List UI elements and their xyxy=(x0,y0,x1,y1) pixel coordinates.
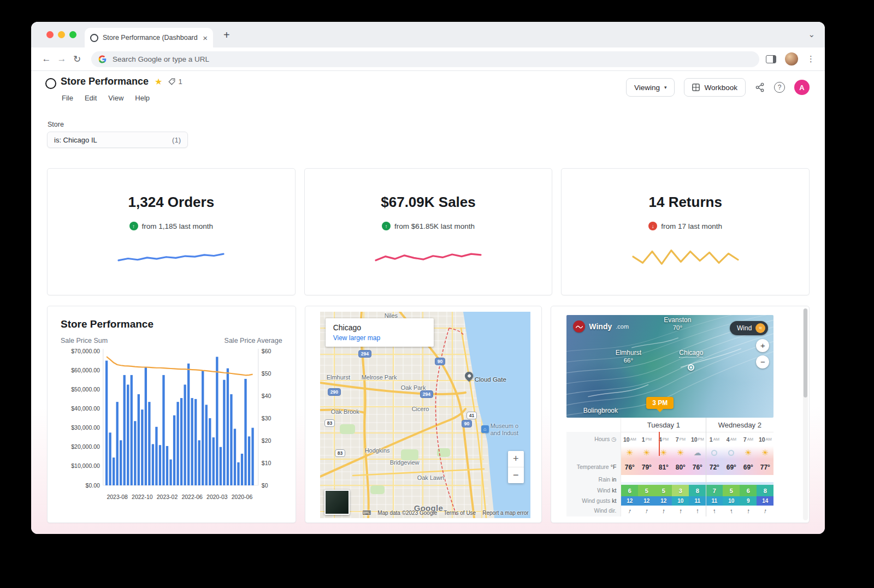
hour-cell: 7AM xyxy=(740,432,757,446)
address-bar[interactable]: Search Google or type a URL xyxy=(91,51,759,67)
terms-of-use-link[interactable]: Terms of Use xyxy=(444,510,476,516)
map-place-label: Bridgeview xyxy=(390,459,420,466)
google-map-embed[interactable]: NilesElmhurstMelrose ParkOak ParkCiceroO… xyxy=(320,312,530,518)
back-button[interactable]: ← xyxy=(39,54,54,64)
viewing-dropdown[interactable]: Viewing ▾ xyxy=(626,78,675,97)
scrollbar-thumb[interactable] xyxy=(804,308,807,397)
svg-text:2022-06: 2022-06 xyxy=(181,494,203,500)
store-filter-chip[interactable]: is: Chicago IL (1) xyxy=(47,132,188,148)
embed-scrollbar[interactable] xyxy=(803,308,808,520)
rain-row-label: Rain xyxy=(599,476,611,483)
kpi-row: 1,324 Orders ↑ from 1,185 last month $67… xyxy=(47,168,810,295)
svg-text:$50: $50 xyxy=(262,370,271,377)
map-poi-label: Cloud Gate xyxy=(475,376,506,383)
tag-count: 1 xyxy=(178,78,182,86)
sun-icon: ☀ xyxy=(740,446,757,459)
wind-direction-cell: ↑ xyxy=(621,506,638,516)
keyboard-shortcuts-icon[interactable]: ⌨ xyxy=(362,509,371,516)
day-header: Tuesday 1 xyxy=(621,418,706,432)
window-zoom-button[interactable] xyxy=(69,31,76,38)
new-tab-button[interactable]: + xyxy=(223,29,230,41)
dashboard-content: Store is: Chicago IL (1) 1,324 Orders ↑ … xyxy=(31,110,825,534)
kpi-delta: ↑ from $61.85K last month xyxy=(305,222,552,230)
moon-icon xyxy=(706,446,723,459)
bar xyxy=(241,454,243,485)
reload-button[interactable]: ↻ xyxy=(69,54,85,65)
window-close-button[interactable] xyxy=(46,31,54,38)
menu-help[interactable]: Help xyxy=(135,94,150,102)
temperature-cell: 81° xyxy=(655,459,672,475)
bar xyxy=(166,446,168,485)
map-zoom-control: + − xyxy=(508,451,524,483)
bar xyxy=(237,462,239,485)
wind-row-label: Wind xyxy=(597,487,610,494)
browser-menu-icon[interactable]: ⋮ xyxy=(807,54,815,64)
workbook-button[interactable]: Workbook xyxy=(684,78,746,97)
rain-cell xyxy=(655,475,672,485)
wind-speed-cell: 6 xyxy=(740,485,757,496)
browser-window: Store Performance (Dashboard × + ⌄ ← → ↻… xyxy=(31,22,825,534)
gusts-row-label: Wind gusts xyxy=(582,497,610,504)
satellite-view-thumbnail[interactable] xyxy=(324,490,350,515)
tag-badge[interactable]: 1 xyxy=(168,78,182,86)
profile-avatar[interactable] xyxy=(785,52,798,66)
clock-icon: ◷ xyxy=(611,436,616,442)
sun-icon: ☀ xyxy=(638,446,655,459)
time-badge[interactable]: 3 PM xyxy=(646,397,674,409)
bar xyxy=(159,445,161,485)
bar xyxy=(145,367,147,485)
wind-map[interactable]: Evanston70°Elmhurst66°ChicagoBolingbrook… xyxy=(566,315,773,418)
svg-text:2023-02: 2023-02 xyxy=(157,494,178,500)
app-header: Store Performance ★ 1 File Edit View Hel… xyxy=(31,71,825,110)
bottom-row: Store Performance Sale Price Sum Sale Pr… xyxy=(47,306,810,523)
wind-layer-icon: ≈ xyxy=(755,323,765,333)
bar xyxy=(248,436,250,485)
window-minimize-button[interactable] xyxy=(58,31,65,38)
menu-view[interactable]: View xyxy=(108,94,123,102)
app-logo-icon[interactable] xyxy=(45,78,56,89)
bar xyxy=(127,385,129,486)
kpi-value: 14 Returns xyxy=(562,194,809,211)
forecast-columns: Tuesday 1Wednesday 2 10AM1PM4PM7PM10PM1A… xyxy=(621,418,773,516)
wind-speed-cell: 5 xyxy=(638,485,655,496)
sidebar-toggle-icon[interactable] xyxy=(766,55,776,63)
temperature-unit: °F xyxy=(611,464,617,470)
wind-layer-button[interactable]: Wind ≈ xyxy=(730,321,768,335)
kpi-value: 1,324 Orders xyxy=(48,194,295,211)
temperature-cell: 80° xyxy=(672,459,689,475)
wind-direction-cell: ↑ xyxy=(672,506,689,516)
bar xyxy=(138,394,140,485)
report-map-error-link[interactable]: Report a map error xyxy=(482,510,528,516)
windy-logo[interactable]: Windy .com xyxy=(573,320,629,332)
address-placeholder: Search Google or type a URL xyxy=(113,55,209,63)
wind-gust-cell: 12 xyxy=(655,496,672,506)
wind-gust-cell: 11 xyxy=(689,496,706,506)
forward-button[interactable]: → xyxy=(54,54,69,64)
sun-icon: ☀ xyxy=(621,446,638,459)
menu-file[interactable]: File xyxy=(62,94,73,102)
svg-text:$40,000.00: $40,000.00 xyxy=(71,405,100,412)
map-zoom-in-button[interactable]: + xyxy=(508,451,524,467)
map-zoom-out-button[interactable]: − xyxy=(508,467,524,483)
tab-close-icon[interactable]: × xyxy=(203,34,208,42)
caret-down-icon: ▾ xyxy=(664,85,667,90)
temperature-cell: 76° xyxy=(689,459,706,475)
map-place-label: Hodgkins xyxy=(365,447,390,454)
trend-down-icon: ↓ xyxy=(648,222,657,230)
trend-up-icon: ↑ xyxy=(382,222,391,230)
tab-strip-chevron-icon[interactable]: ⌄ xyxy=(808,29,815,39)
share-icon[interactable] xyxy=(755,82,765,92)
svg-text:$0.00: $0.00 xyxy=(86,482,100,489)
view-larger-map-link[interactable]: View larger map xyxy=(333,334,426,342)
help-icon[interactable]: ? xyxy=(774,82,785,93)
favorite-star-icon[interactable]: ★ xyxy=(155,76,162,87)
kpi-value: $67.09K Sales xyxy=(305,194,552,211)
bar xyxy=(234,429,236,485)
rain-unit: in xyxy=(612,476,616,483)
wind-direction-cell: ↑ xyxy=(757,506,773,516)
browser-tab[interactable]: Store Performance (Dashboard × xyxy=(85,28,213,47)
svg-text:$10: $10 xyxy=(262,460,271,466)
museum-poi-icon[interactable]: ⌂ xyxy=(481,425,489,433)
menu-edit[interactable]: Edit xyxy=(85,94,97,102)
user-avatar[interactable]: A xyxy=(794,80,810,95)
